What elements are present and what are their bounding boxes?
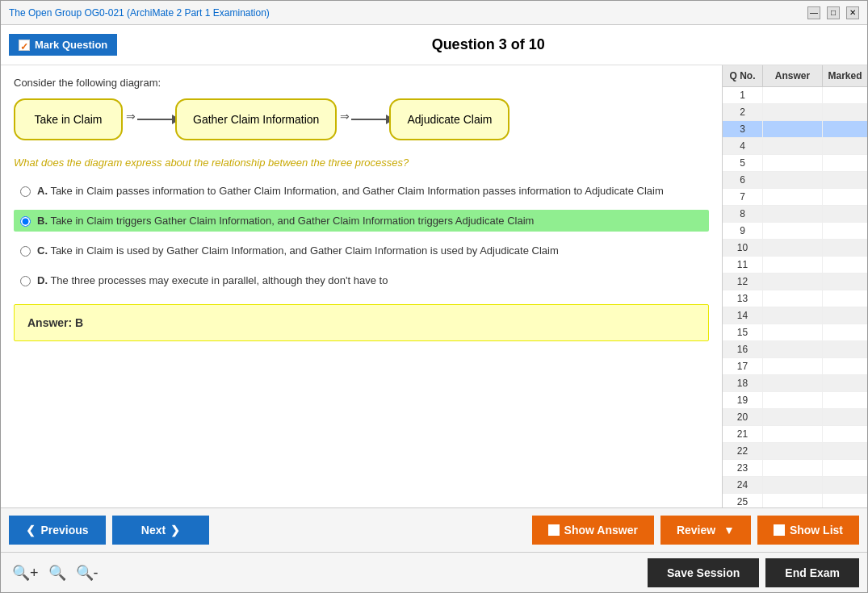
sidebar-row[interactable]: 12 xyxy=(723,274,867,290)
sidebar-cell-marked xyxy=(823,121,867,137)
sidebar-row[interactable]: 21 xyxy=(723,426,867,443)
sidebar-cell-answer xyxy=(763,477,823,493)
navigation-bar: Previous Next Show Answer Review ▼ ✓ Sho… xyxy=(1,507,867,552)
close-button[interactable]: ✕ xyxy=(846,6,859,19)
sidebar-row[interactable]: 8 xyxy=(723,206,867,223)
option-c[interactable]: C. Take in Claim is used by Gather Claim… xyxy=(14,240,709,261)
previous-button[interactable]: Previous xyxy=(9,516,106,545)
sidebar-row[interactable]: 14 xyxy=(723,307,867,324)
review-button[interactable]: Review ▼ xyxy=(660,516,751,545)
question-text: What does the diagram express about the … xyxy=(14,157,709,169)
sidebar-row[interactable]: 2 xyxy=(723,104,867,121)
diagram: Take in Claim ⇒ Gather Claim Information… xyxy=(14,98,709,140)
sidebar-cell-answer xyxy=(763,240,823,256)
previous-label: Previous xyxy=(40,524,88,537)
sidebar-row[interactable]: 25 xyxy=(723,494,867,507)
option-b[interactable]: B. Take in Claim triggers Gather Claim I… xyxy=(14,210,709,232)
next-button[interactable]: Next xyxy=(112,516,209,545)
show-list-button[interactable]: ✓ Show List xyxy=(757,516,859,545)
sidebar-cell-qno: 14 xyxy=(723,307,763,324)
sidebar-cell-qno: 1 xyxy=(723,87,763,103)
sidebar-row[interactable]: 7 xyxy=(723,189,867,206)
col-answer-header: Answer xyxy=(763,65,823,86)
sidebar-row[interactable]: 5 xyxy=(723,155,867,172)
sidebar-cell-marked xyxy=(823,477,867,493)
sidebar-cell-marked xyxy=(823,341,867,357)
sidebar-row[interactable]: 18 xyxy=(723,375,867,392)
sidebar-cell-marked xyxy=(823,392,867,408)
sidebar-cell-marked xyxy=(823,460,867,476)
sidebar-cell-qno: 10 xyxy=(723,240,763,256)
save-session-button[interactable]: Save Session xyxy=(648,558,759,587)
title-bar: The Open Group OG0-021 (ArchiMate 2 Part… xyxy=(1,1,867,25)
answer-box: Answer: B xyxy=(14,304,709,341)
sidebar-cell-qno: 11 xyxy=(723,257,763,273)
col-marked-header: Marked xyxy=(823,65,867,86)
maximize-button[interactable]: □ xyxy=(827,6,840,19)
sidebar-row[interactable]: 23 xyxy=(723,460,867,477)
minimize-button[interactable]: — xyxy=(807,6,820,19)
sidebar-cell-answer xyxy=(763,290,823,307)
sidebar-cell-marked xyxy=(823,375,867,391)
option-d-radio[interactable] xyxy=(20,276,31,286)
sidebar-cell-qno: 8 xyxy=(723,206,763,222)
diagram-box-1: Take in Claim xyxy=(14,98,123,140)
sidebar-row[interactable]: 13 xyxy=(723,290,867,307)
sidebar-cell-marked xyxy=(823,443,867,459)
sidebar-row[interactable]: 1 xyxy=(723,87,867,104)
sidebar-row[interactable]: 20 xyxy=(723,409,867,426)
sidebar-list[interactable]: 1 2 3 4 5 6 7 8 xyxy=(723,87,867,507)
sidebar-cell-qno: 17 xyxy=(723,358,763,374)
sidebar-cell-marked xyxy=(823,87,867,103)
option-a-radio[interactable] xyxy=(20,186,31,197)
diagram-box-3: Adjudicate Claim xyxy=(389,98,509,140)
sidebar-cell-marked xyxy=(823,324,867,340)
mark-question-button[interactable]: Mark Question xyxy=(9,34,117,56)
zoom-out-button[interactable]: 🔍- xyxy=(73,562,102,583)
show-answer-button[interactable]: Show Answer xyxy=(532,516,654,545)
window-title: The Open Group OG0-021 (ArchiMate 2 Part… xyxy=(9,7,270,19)
sidebar-cell-answer xyxy=(763,324,823,340)
sidebar-row[interactable]: 22 xyxy=(723,443,867,460)
sidebar-row[interactable]: 9 xyxy=(723,223,867,240)
sidebar-cell-marked xyxy=(823,494,867,507)
sidebar-cell-qno: 24 xyxy=(723,477,763,493)
sidebar-cell-answer xyxy=(763,257,823,273)
zoom-controls: 🔍+ 🔍 🔍- xyxy=(9,562,102,583)
question-list-sidebar: Q No. Answer Marked 1 2 3 4 5 6 xyxy=(722,65,867,507)
sidebar-cell-marked xyxy=(823,104,867,120)
end-exam-button[interactable]: End Exam xyxy=(765,558,859,587)
sidebar-row[interactable]: 16 xyxy=(723,341,867,358)
sidebar-cell-marked xyxy=(823,223,867,239)
zoom-reset-button[interactable]: 🔍 xyxy=(45,562,69,583)
sidebar-row[interactable]: 24 xyxy=(723,477,867,494)
sidebar-row[interactable]: 10 xyxy=(723,240,867,257)
sidebar-row[interactable]: 3 xyxy=(723,121,867,138)
sidebar-row[interactable]: 17 xyxy=(723,358,867,375)
option-c-radio[interactable] xyxy=(20,246,31,257)
sidebar-cell-answer xyxy=(763,87,823,103)
process-box-2: Gather Claim Information xyxy=(175,98,337,140)
sidebar-cell-qno: 19 xyxy=(723,392,763,408)
sidebar-cell-marked xyxy=(823,257,867,273)
arrow-line-1 xyxy=(137,119,174,120)
option-a[interactable]: A. Take in Claim passes information to G… xyxy=(14,180,709,202)
arrow-1 xyxy=(137,119,174,120)
sidebar-row[interactable]: 15 xyxy=(723,324,867,341)
mark-question-label: Mark Question xyxy=(35,39,107,51)
sidebar-cell-qno: 7 xyxy=(723,189,763,205)
arrow-line-2 xyxy=(351,119,388,120)
zoom-in-button[interactable]: 🔍+ xyxy=(9,562,42,583)
sidebar-row[interactable]: 6 xyxy=(723,172,867,189)
sidebar-row[interactable]: 11 xyxy=(723,257,867,274)
sidebar-cell-answer xyxy=(763,189,823,205)
sidebar-cell-answer xyxy=(763,274,823,290)
sidebar-row[interactable]: 19 xyxy=(723,392,867,409)
option-b-radio[interactable] xyxy=(20,216,31,227)
sidebar-cell-answer xyxy=(763,341,823,357)
sidebar-cell-marked xyxy=(823,274,867,290)
option-d[interactable]: D. The three processes may execute in pa… xyxy=(14,269,709,291)
sidebar-row[interactable]: 4 xyxy=(723,138,867,155)
sidebar-cell-answer xyxy=(763,460,823,476)
sidebar-header: Q No. Answer Marked xyxy=(723,65,867,87)
